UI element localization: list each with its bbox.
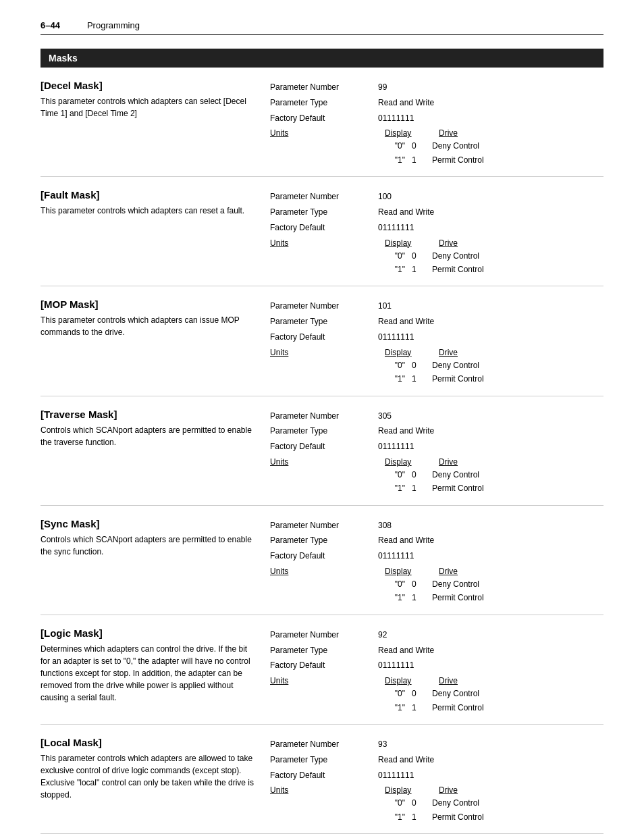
param-name: [Local Mask] — [41, 737, 257, 748]
param-left: [Local Mask]This parameter controls whic… — [41, 737, 270, 824]
drive-label: Permit Control — [432, 153, 513, 167]
param-type-label: Parameter Type — [270, 205, 378, 220]
col-headers: Display Drive — [385, 676, 513, 685]
drive-col-header: Drive — [439, 457, 493, 467]
param-type-label: Parameter Type — [270, 423, 378, 439]
drive-label: Deny Control — [432, 687, 513, 700]
param-block: [Local Mask]This parameter controls whic… — [41, 725, 603, 834]
page: 6–44 Programming Masks [Decel Mask]This … — [0, 0, 644, 834]
units-data-row: "0" 0 Deny Control — [385, 359, 513, 372]
factory-default-value: 01111111 — [378, 220, 603, 236]
col-headers: Display Drive — [385, 785, 513, 795]
units-data-row: "0" 0 Deny Control — [385, 139, 513, 153]
units-data-row: "1" 1 Permit Control — [385, 481, 513, 495]
units-label: Units — [270, 345, 378, 361]
units-data-row: "1" 1 Permit Control — [385, 701, 513, 714]
drive-value: 1 — [412, 810, 432, 824]
param-left: [MOP Mask]This parameter controls which … — [41, 298, 270, 386]
drive-label: Permit Control — [432, 263, 513, 276]
drive-value: 0 — [412, 468, 432, 481]
display-col-header: Display — [385, 128, 419, 138]
params-container: [Decel Mask]This parameter controls whic… — [41, 68, 603, 834]
units-data-row: "0" 0 Deny Control — [385, 796, 513, 810]
param-number-value: 99 — [378, 80, 603, 95]
param-name: [MOP Mask] — [41, 298, 257, 310]
param-top-values: 305 Read and Write 01111111 — [378, 409, 603, 454]
param-top-values: 100 Read and Write 01111111 — [378, 189, 603, 235]
drive-value: 0 — [412, 249, 432, 263]
units-table: Display Drive "0" 0 Deny Control "1" 1 P… — [385, 128, 513, 167]
display-value: "0" — [385, 139, 412, 153]
col-headers: Display Drive — [385, 457, 513, 467]
drive-col-header: Drive — [439, 238, 493, 248]
drive-value: 0 — [412, 359, 432, 372]
drive-label: Permit Control — [432, 372, 513, 386]
display-value: "1" — [385, 701, 412, 714]
units-data-row: "0" 0 Deny Control — [385, 687, 513, 700]
param-right: Parameter Number Parameter Type Factory … — [270, 189, 603, 276]
factory-default-value: 01111111 — [378, 439, 603, 454]
units-label: Units — [270, 564, 378, 579]
param-block: [MOP Mask]This parameter controls which … — [41, 286, 603, 396]
factory-default-label: Factory Default — [270, 658, 378, 673]
drive-col-header: Drive — [439, 676, 493, 685]
param-top-values: 101 Read and Write 01111111 — [378, 298, 603, 344]
param-labels: Parameter Number Parameter Type Factory … — [270, 298, 378, 386]
drive-label: Permit Control — [432, 481, 513, 495]
param-desc: This parameter controls which adapters a… — [41, 752, 257, 801]
display-value: "1" — [385, 591, 412, 604]
param-type-value: Read and Write — [378, 643, 603, 658]
param-right: Parameter Number Parameter Type Factory … — [270, 409, 603, 496]
factory-default-value: 01111111 — [378, 330, 603, 345]
param-values: 99 Read and Write 01111111 Display Drive… — [378, 80, 603, 167]
section-header: Masks — [41, 49, 603, 68]
units-label: Units — [270, 236, 378, 251]
units-row: Display Drive "0" 0 Deny Control "1" 1 P… — [378, 128, 603, 167]
param-type-value: Read and Write — [378, 95, 603, 111]
display-value: "1" — [385, 481, 412, 495]
drive-col-header: Drive — [439, 128, 493, 138]
param-number-value: 305 — [378, 409, 603, 424]
param-labels: Parameter Number Parameter Type Factory … — [270, 189, 378, 276]
param-type-label: Parameter Type — [270, 95, 378, 111]
param-top-values: 93 Read and Write 01111111 — [378, 737, 603, 783]
units-data-row: "1" 1 Permit Control — [385, 810, 513, 824]
factory-default-value: 01111111 — [378, 768, 603, 783]
display-value: "0" — [385, 468, 412, 481]
display-value: "0" — [385, 577, 412, 591]
page-title: Programming — [87, 20, 140, 30]
units-row: Display Drive "0" 0 Deny Control "1" 1 P… — [378, 457, 603, 496]
factory-default-label: Factory Default — [270, 111, 378, 126]
units-table: Display Drive "0" 0 Deny Control "1" 1 P… — [385, 238, 513, 277]
display-value: "0" — [385, 687, 412, 700]
units-data-row: "1" 1 Permit Control — [385, 372, 513, 386]
param-number-value: 308 — [378, 518, 603, 533]
param-values: 101 Read and Write 01111111 Display Driv… — [378, 298, 603, 386]
drive-value: 0 — [412, 796, 432, 810]
param-desc: Determines which adapters can control th… — [41, 643, 257, 704]
drive-label: Deny Control — [432, 139, 513, 153]
param-left: [Decel Mask]This parameter controls whic… — [41, 80, 270, 167]
display-value: "1" — [385, 263, 412, 276]
drive-label: Permit Control — [432, 591, 513, 604]
page-number: 6–44 — [41, 20, 60, 30]
units-data-row: "0" 0 Deny Control — [385, 468, 513, 481]
param-block: [Traverse Mask]Controls which SCANport a… — [41, 396, 603, 506]
drive-label: Deny Control — [432, 577, 513, 591]
units-row: Display Drive "0" 0 Deny Control "1" 1 P… — [378, 238, 603, 277]
param-number-value: 101 — [378, 298, 603, 314]
param-name: [Decel Mask] — [41, 80, 257, 91]
units-label: Units — [270, 126, 378, 141]
display-col-header: Display — [385, 567, 419, 576]
units-label: Units — [270, 673, 378, 689]
drive-value: 1 — [412, 372, 432, 386]
param-block: [Fault Mask]This parameter controls whic… — [41, 177, 603, 286]
param-type-label: Parameter Type — [270, 533, 378, 548]
param-values: 308 Read and Write 01111111 Display Driv… — [378, 518, 603, 605]
param-top-values: 99 Read and Write 01111111 — [378, 80, 603, 126]
param-type-value: Read and Write — [378, 205, 603, 220]
drive-label: Deny Control — [432, 249, 513, 263]
units-row: Display Drive "0" 0 Deny Control "1" 1 P… — [378, 785, 603, 824]
param-name: [Fault Mask] — [41, 189, 257, 201]
param-type-label: Parameter Type — [270, 752, 378, 768]
